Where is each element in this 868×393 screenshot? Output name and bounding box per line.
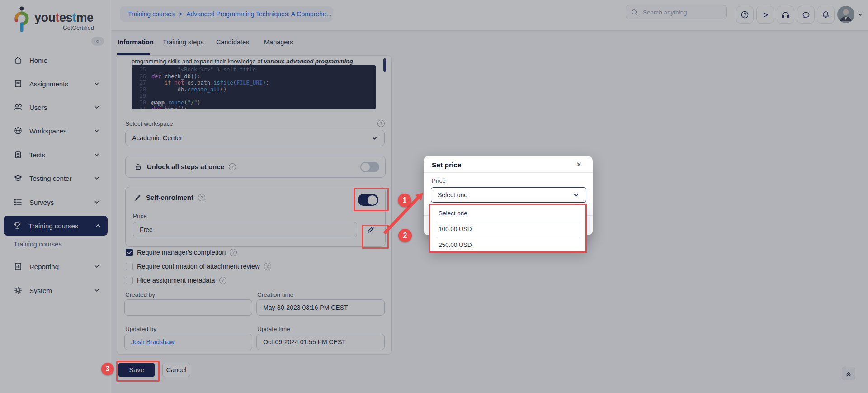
notifications-button[interactable] [817,6,835,24]
chevron-down-icon [94,199,100,205]
profile-caret-icon[interactable] [857,11,863,18]
sidebar-collapse-button[interactable]: « [91,37,104,46]
list-icon [14,198,23,207]
checkbox-label: Require manager's completion [137,249,226,256]
chevron-down-icon [94,175,100,181]
checkbox-label: Hide assignment metadata [137,277,215,284]
workspace-help-icon[interactable]: ? [377,120,385,127]
hide-assignment-metadata-checkbox[interactable] [126,277,133,284]
help-icon [740,10,750,19]
sidebar-item-home[interactable]: Home [5,51,106,69]
sidebar-item-label: Tests [29,151,87,159]
sidebar-item-testing-center[interactable]: Testing center [5,169,106,187]
global-search [626,5,727,19]
self-enrolment-help-icon[interactable]: ? [198,194,205,201]
logo-tagline: GetCertified [34,24,94,31]
breadcrumb-root-link[interactable]: Training courses [128,10,175,18]
chevron-down-icon [94,287,100,294]
avatar[interactable] [837,6,854,23]
tab-managers[interactable]: Managers [264,38,293,46]
update-time-label: Update time [257,326,290,332]
update-time-input[interactable] [256,334,385,350]
close-icon[interactable]: ✕ [573,160,585,169]
workspace-label: Select workspace [125,120,173,127]
sidebar-item-label: Training courses [28,222,88,230]
panel-scrollbar[interactable] [383,58,386,72]
unlock-steps-label: Unlock all steps at once [147,163,224,170]
sidebar-item-label: Reporting [29,263,87,270]
sidebar-item-training-courses[interactable]: Training courses [4,216,108,236]
sidebar-item-label: Surveys [29,199,87,206]
workspace-select[interactable]: Academic Center [125,130,385,146]
require-manager-completion-row: Require manager's completion ? [126,249,237,256]
chevron-down-icon [94,80,100,87]
sidebar-item-surveys[interactable]: Surveys [5,193,106,211]
require-manager-completion-checkbox[interactable] [126,249,133,256]
scroll-to-top-button[interactable] [842,367,855,380]
modal-price-select-value: Select one [438,191,467,199]
tab-information[interactable]: Information [118,38,154,46]
chat-button[interactable] [797,6,815,24]
sidebar-item-system[interactable]: System [5,281,106,299]
sidebar-item-label: Home [29,57,106,64]
created-by-label: Created by [125,291,155,298]
creation-time-label: Creation time [257,291,293,298]
cancel-button[interactable]: Cancel [162,363,190,377]
checkbox-help-icon[interactable]: ? [219,277,226,284]
workspace-select-value: Academic Center [132,134,182,142]
sidebar-item-users[interactable]: Users [5,98,106,116]
require-attachment-review-row: Require confirmation of attachment revie… [126,263,271,270]
annotation-badge-3: 3 [101,363,114,375]
self-enrolment-card: Self-enrolment ? Price [125,187,386,247]
tab-candidates[interactable]: Candidates [216,38,249,46]
support-button[interactable] [777,6,794,24]
chevron-down-icon [94,104,100,110]
creation-time-input[interactable] [256,299,385,316]
hide-assignment-metadata-row: Hide assignment metadata ? [126,277,226,284]
price-option-select-one[interactable]: Select one [430,205,585,221]
created-by-input[interactable] [124,299,252,316]
chevron-down-icon [573,192,580,199]
save-button[interactable]: Save [118,363,155,377]
sidebar-item-assignments[interactable]: Assignments [5,75,106,93]
modal-title: Set price [432,161,461,169]
unlock-help-icon[interactable]: ? [229,163,236,170]
sidebar-item-tests[interactable]: Tests [5,146,106,164]
assignments-icon [14,79,23,88]
modal-divider [424,172,593,173]
headphones-icon [781,10,790,19]
price-option-250usd[interactable]: 250.00 USD [430,237,585,252]
price-option-100usd[interactable]: 100.00 USD [430,221,585,237]
chat-icon [802,10,811,19]
updated-by-input[interactable] [124,334,252,350]
bell-icon [821,10,830,19]
chevron-up-icon [95,223,101,229]
sidebar-item-workspaces[interactable]: Workspaces [5,122,106,140]
modal-price-select[interactable]: Select one [431,187,586,203]
sidebar-item-label: System [29,287,87,294]
double-chevron-up-icon [845,370,852,377]
breadcrumb-separator: > [179,10,182,18]
course-code-screenshot: 25 "<Book %r>" % self.title 26def check_… [132,65,376,109]
self-enrolment-toggle[interactable] [358,194,378,206]
checkbox-help-icon[interactable]: ? [230,249,237,256]
active-tab-underline [117,53,150,55]
checkbox-help-icon[interactable]: ? [264,263,271,270]
breadcrumb: Training courses > Advanced Programming … [120,6,333,22]
edit-price-button[interactable] [366,225,376,235]
graduation-cap-icon [14,174,23,183]
video-tutorials-button[interactable] [756,6,774,24]
breadcrumb-current: Advanced Programming Techniques: A Compr… [186,10,331,18]
require-attachment-review-checkbox[interactable] [126,263,133,270]
modal-price-label: Price [432,177,446,184]
unlock-steps-toggle[interactable] [360,162,379,172]
annotation-badge-1: 1 [398,194,411,207]
help-button[interactable] [736,6,754,24]
tab-training-steps[interactable]: Training steps [163,38,204,46]
search-input[interactable] [642,9,716,16]
youtestme-logo-icon [12,5,31,33]
sidebar-item-reporting[interactable]: Reporting [5,257,106,275]
price-input[interactable] [133,222,357,237]
sidebar-subitem-training-courses[interactable]: Training courses [14,241,62,248]
checkbox-label: Require confirmation of attachment revie… [137,263,260,270]
